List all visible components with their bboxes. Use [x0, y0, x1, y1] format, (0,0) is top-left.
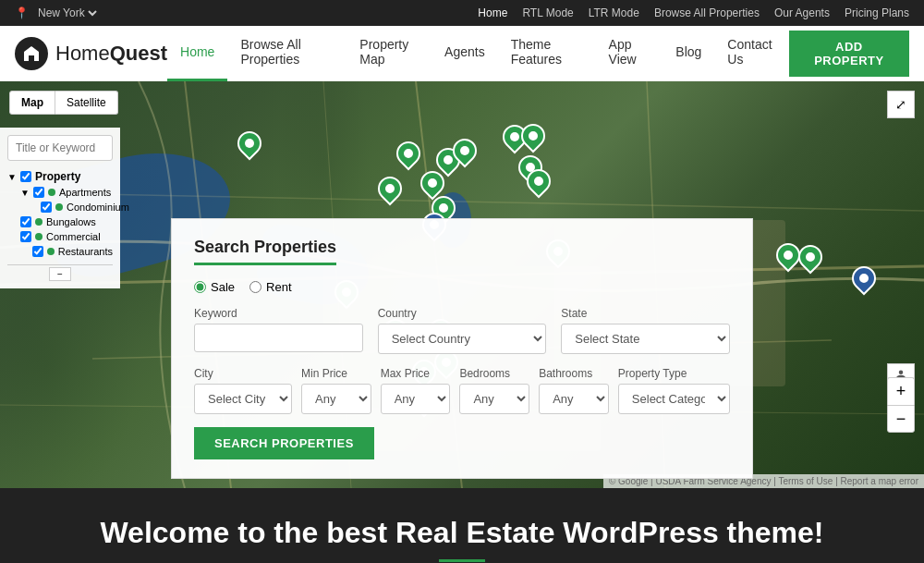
property-type-select[interactable]: Select Category: [618, 384, 730, 414]
welcome-title: Welcome to the best Real Estate WordPres…: [18, 516, 906, 550]
logo-text: HomeQuest: [55, 42, 167, 66]
nav-contact[interactable]: Contact Us: [714, 26, 789, 81]
sale-label: Sale: [211, 280, 235, 294]
search-form-row2: City Select City Min Price Any Max Price…: [194, 367, 730, 414]
keyword-group: Keyword: [194, 307, 363, 354]
main-nav: Home Browse All Properties Property Map …: [167, 26, 789, 81]
tree-item-bungalows[interactable]: Bungalows: [20, 214, 113, 229]
tree-item-commercial[interactable]: Commercial: [20, 229, 113, 244]
welcome-underline: [439, 559, 485, 562]
nav-browse-all[interactable]: Browse All Properties: [227, 26, 346, 81]
add-property-button[interactable]: ADD PROPERTY: [789, 31, 909, 77]
tree-checkbox-bungalows[interactable]: [20, 216, 31, 227]
max-price-select[interactable]: Any: [381, 384, 451, 414]
country-select[interactable]: Select Country: [378, 324, 547, 354]
tree-dot-apartments: [48, 189, 55, 196]
tree-children: ▼ Apartments Condominium Bungalows: [7, 185, 113, 259]
tree-checkbox-apartments[interactable]: [33, 187, 44, 198]
tree-label-condominium: Condominium: [67, 202, 129, 213]
tree-dot-condominium: [55, 203, 63, 211]
nav-theme-features[interactable]: Theme Features: [498, 26, 596, 81]
map-type-satellite[interactable]: Satellite: [55, 91, 118, 115]
svg-point-9: [899, 371, 904, 375]
tree-checkbox-commercial[interactable]: [20, 231, 31, 242]
welcome-section: Welcome to the best Real Estate WordPres…: [0, 488, 924, 563]
tree-label-commercial: Commercial: [46, 231, 101, 242]
nav-app-view[interactable]: App View: [596, 26, 663, 81]
city-select[interactable]: Select City: [194, 384, 292, 414]
max-price-group: Max Price Any: [381, 367, 451, 414]
tree-divider: [7, 264, 113, 265]
city-label: City: [194, 367, 292, 380]
sale-rent-toggle: Sale Rent: [194, 280, 730, 294]
tree-item-restaurants[interactable]: Restaurants: [20, 244, 113, 259]
fullscreen-icon: ⤢: [895, 97, 906, 112]
search-panel-title: Search Properties: [194, 238, 336, 265]
rent-label: Rent: [266, 280, 291, 294]
tree-item-apartments[interactable]: ▼ Apartments: [20, 185, 113, 200]
sale-radio-label[interactable]: Sale: [194, 280, 235, 294]
min-price-label: Min Price: [301, 367, 371, 380]
topbar-link-agents[interactable]: Our Agents: [774, 6, 830, 19]
country-group: Country Select Country: [378, 307, 547, 354]
state-group: State Select State: [561, 307, 730, 354]
topbar-link-ltr[interactable]: LTR Mode: [589, 6, 639, 19]
top-bar-left: 📍 New York: [15, 6, 100, 20]
max-price-label: Max Price: [381, 367, 451, 380]
nav-agents[interactable]: Agents: [432, 26, 498, 81]
zoom-controls: + −: [887, 377, 915, 433]
top-bar: 📍 New York Home RTL Mode LTR Mode Browse…: [0, 0, 924, 26]
keyword-input[interactable]: [194, 324, 363, 352]
logo-icon: [15, 37, 48, 70]
bedrooms-group: Bedrooms Any: [459, 367, 529, 414]
search-properties-button[interactable]: SEARCH PROPERTIES: [194, 427, 374, 459]
tree-dot-commercial: [35, 233, 43, 240]
tree-collapse-btn[interactable]: −: [49, 267, 71, 281]
topbar-link-rtl[interactable]: RTL Mode: [522, 6, 573, 19]
min-price-select[interactable]: Any: [301, 384, 371, 414]
map-type-map[interactable]: Map: [9, 91, 55, 115]
tree-root[interactable]: ▼ Property: [7, 168, 113, 185]
zoom-out-button[interactable]: −: [887, 405, 915, 433]
location-select[interactable]: New York: [34, 6, 100, 20]
bathrooms-select[interactable]: Any: [539, 384, 609, 414]
property-search-input[interactable]: [7, 135, 113, 161]
tree-children-apartments: Condominium: [20, 200, 113, 214]
state-select[interactable]: Select State: [561, 324, 730, 354]
svg-point-0: [30, 47, 33, 51]
min-price-group: Min Price Any: [301, 367, 371, 414]
tree-expand-apartments: ▼: [20, 188, 30, 198]
search-form-row1: Keyword Country Select Country State Sel…: [194, 307, 730, 354]
tree-checkbox-restaurants[interactable]: [32, 246, 43, 257]
tree-checkbox-condominium[interactable]: [41, 202, 52, 213]
tree-label-apartments: Apartments: [59, 187, 111, 198]
rent-radio-label[interactable]: Rent: [249, 280, 291, 294]
fullscreen-button[interactable]: ⤢: [887, 91, 915, 118]
rent-radio[interactable]: [249, 281, 261, 293]
tree-root-checkbox[interactable]: [20, 171, 31, 182]
tree-collapse-btn-area: −: [7, 267, 113, 281]
svg-line-6: [0, 192, 924, 211]
city-group: City Select City: [194, 367, 292, 414]
tree-dot-bungalows: [35, 218, 43, 226]
location-icon: 📍: [15, 6, 29, 19]
bedrooms-select[interactable]: Any: [459, 384, 529, 414]
nav-home[interactable]: Home: [167, 26, 227, 81]
topbar-link-pricing[interactable]: Pricing Plans: [845, 6, 909, 19]
nav-property-map[interactable]: Property Map: [346, 26, 432, 81]
tree-item-condominium[interactable]: Condominium: [41, 200, 113, 214]
topbar-link-browse[interactable]: Browse All Properties: [654, 6, 760, 19]
search-panel: Search Properties Sale Rent Keyword Coun…: [171, 218, 753, 479]
tree-label-bungalows: Bungalows: [46, 216, 96, 227]
zoom-in-button[interactable]: +: [887, 377, 915, 405]
logo[interactable]: HomeQuest: [15, 37, 167, 70]
nav-blog[interactable]: Blog: [663, 26, 714, 81]
country-label: Country: [378, 307, 547, 320]
property-type-label: Property Type: [618, 367, 730, 380]
keyword-label: Keyword: [194, 307, 363, 320]
topbar-link-home[interactable]: Home: [478, 6, 507, 19]
sale-radio[interactable]: [194, 281, 206, 293]
tree-expand-icon: ▼: [7, 172, 17, 182]
state-label: State: [561, 307, 730, 320]
map-container: Map Satellite ⤢ + − © Google | USDA Farm…: [0, 81, 924, 488]
